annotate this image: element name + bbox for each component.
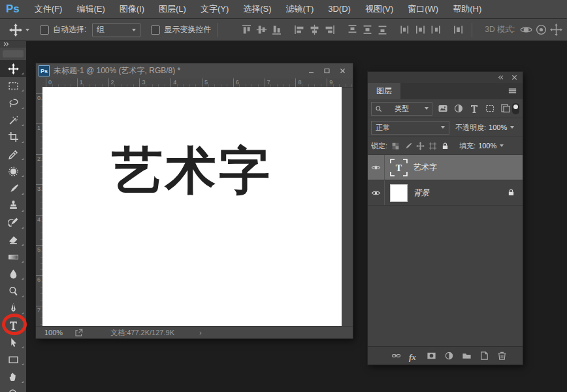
tool-lasso[interactable]	[0, 94, 26, 111]
new-adjustment-layer-icon[interactable]	[444, 351, 454, 361]
link-layers-icon[interactable]	[391, 351, 401, 361]
menu-item-filter[interactable]: 滤镜(T)	[279, 0, 321, 18]
layer-style-icon[interactable]: fx	[409, 351, 419, 361]
zoom-level-field[interactable]: 100%	[44, 329, 63, 336]
tool-brush[interactable]	[0, 180, 26, 197]
align-vcenter-icon[interactable]	[255, 24, 268, 36]
panel-menu-icon[interactable]	[508, 86, 517, 96]
layer-name[interactable]: 背景	[413, 188, 429, 199]
lock-all-icon[interactable]	[441, 142, 449, 150]
filter-type-dropdown[interactable]: 类型	[371, 102, 432, 116]
menu-item-view[interactable]: 视图(V)	[358, 0, 400, 18]
orbit-3d-icon[interactable]	[520, 24, 532, 36]
tool-hand[interactable]	[0, 368, 26, 385]
filter-toggle-switch[interactable]	[512, 103, 519, 114]
close-panel-icon[interactable]	[511, 74, 518, 81]
chevron-down-icon[interactable]	[500, 144, 504, 147]
align-right-icon[interactable]	[323, 24, 336, 36]
fill-value[interactable]: 100%	[478, 142, 496, 150]
tool-preset-chevron-icon[interactable]	[25, 29, 29, 31]
status-expander[interactable]: ›	[199, 329, 202, 336]
dist-space-icon[interactable]	[452, 24, 464, 36]
horizontal-ruler: 0123456789	[42, 78, 353, 88]
dist-right-icon[interactable]	[429, 24, 442, 36]
dist-hcenter-icon[interactable]	[414, 24, 427, 36]
maximize-button[interactable]	[319, 66, 334, 76]
menu-item-type[interactable]: 文字(Y)	[193, 0, 236, 18]
tool-gradient[interactable]	[0, 248, 26, 265]
roll-3d-icon[interactable]	[535, 24, 547, 36]
align-bottom-icon[interactable]	[270, 24, 283, 36]
visibility-toggle[interactable]	[368, 155, 385, 180]
filter-type-layers-icon[interactable]	[469, 103, 479, 114]
tool-eraser[interactable]	[0, 231, 26, 248]
show-transform-checkbox[interactable]	[151, 25, 160, 35]
align-top-icon[interactable]	[240, 24, 253, 36]
filter-smart-objects-icon[interactable]	[500, 103, 511, 114]
new-group-icon[interactable]	[462, 351, 472, 361]
export-icon[interactable]	[74, 329, 83, 337]
chevron-down-icon[interactable]	[510, 126, 514, 129]
menu-item-3d[interactable]: 3D(D)	[321, 0, 358, 18]
layers-panel[interactable]: 图层 类型 正常 不透明度: 100% 锁定: 填充: 100% T艺术字背景 …	[368, 72, 523, 365]
lock-artboard-icon[interactable]	[429, 142, 437, 150]
visibility-toggle[interactable]	[368, 180, 385, 205]
pan-3d-icon[interactable]	[550, 24, 562, 36]
document-titlebar[interactable]: Ps 未标题-1 @ 100% (艺术字, RGB/8) *	[36, 63, 353, 79]
toolbox-header[interactable]	[0, 41, 26, 48]
tool-crop[interactable]	[0, 129, 26, 146]
collapse-panel-icon[interactable]	[497, 74, 504, 81]
menu-item-edit[interactable]: 编辑(E)	[69, 0, 112, 18]
tool-zoom[interactable]	[0, 385, 26, 392]
tab-layers[interactable]: 图层	[368, 83, 400, 99]
add-layer-mask-icon[interactable]	[427, 351, 436, 361]
layer-row-text[interactable]: T艺术字	[368, 155, 523, 180]
canvas[interactable]: 艺术字	[42, 87, 342, 327]
tool-healing-brush[interactable]	[0, 163, 26, 180]
dist-bottom-icon[interactable]	[376, 24, 389, 36]
lock-image-pixels-icon[interactable]	[404, 142, 412, 150]
tool-clone-stamp[interactable]	[0, 197, 26, 214]
opacity-value[interactable]: 100%	[489, 123, 507, 131]
dist-left-icon[interactable]	[399, 24, 412, 36]
lock-position-icon[interactable]	[416, 142, 425, 150]
filter-shape-layers-icon[interactable]	[485, 103, 495, 114]
magic-wand-icon	[8, 114, 19, 125]
menu-item-window[interactable]: 窗口(W)	[400, 0, 446, 18]
document-window[interactable]: Ps 未标题-1 @ 100% (艺术字, RGB/8) * 012345678…	[36, 63, 353, 338]
tool-marquee[interactable]	[0, 77, 26, 94]
blend-mode-dropdown[interactable]: 正常	[371, 121, 449, 135]
auto-select-target-dropdown[interactable]: 组	[92, 23, 140, 37]
path-select-icon	[8, 337, 19, 348]
align-left-icon[interactable]	[293, 24, 306, 36]
tool-move[interactable]	[0, 60, 26, 77]
filter-adjustment-layers-icon[interactable]	[453, 103, 464, 114]
tool-blur[interactable]	[0, 265, 26, 282]
tool-eyedropper[interactable]	[0, 146, 26, 163]
menu-item-image[interactable]: 图像(I)	[112, 0, 152, 18]
image-layer-thumbnail[interactable]	[390, 184, 408, 202]
layer-row-background[interactable]: 背景	[368, 180, 523, 206]
align-hcenter-icon[interactable]	[308, 24, 321, 36]
tool-shape[interactable]	[0, 351, 26, 368]
delete-layer-icon[interactable]	[497, 351, 507, 361]
tool-path-select[interactable]	[0, 334, 26, 351]
tool-history-brush[interactable]	[0, 214, 26, 231]
lock-transparent-pixels-icon[interactable]	[391, 142, 400, 150]
menu-item-file[interactable]: 文件(F)	[27, 0, 70, 18]
minimize-button[interactable]	[303, 66, 319, 76]
filter-pixel-layers-icon[interactable]	[438, 103, 448, 114]
tool-magic-wand[interactable]	[0, 112, 26, 129]
new-layer-icon[interactable]	[479, 351, 489, 361]
text-layer-thumbnail[interactable]: T	[390, 159, 408, 176]
menu-item-select[interactable]: 选择(S)	[236, 0, 278, 18]
menu-item-layer[interactable]: 图层(L)	[152, 0, 193, 18]
eye-icon	[371, 188, 381, 198]
layer-name[interactable]: 艺术字	[413, 162, 437, 173]
dist-vcenter-icon[interactable]	[361, 24, 374, 36]
menu-item-help[interactable]: 帮助(H)	[446, 0, 489, 18]
dist-top-icon[interactable]	[346, 24, 359, 36]
tool-dodge[interactable]	[0, 282, 26, 299]
auto-select-checkbox[interactable]	[40, 25, 49, 35]
close-button[interactable]	[334, 66, 350, 76]
